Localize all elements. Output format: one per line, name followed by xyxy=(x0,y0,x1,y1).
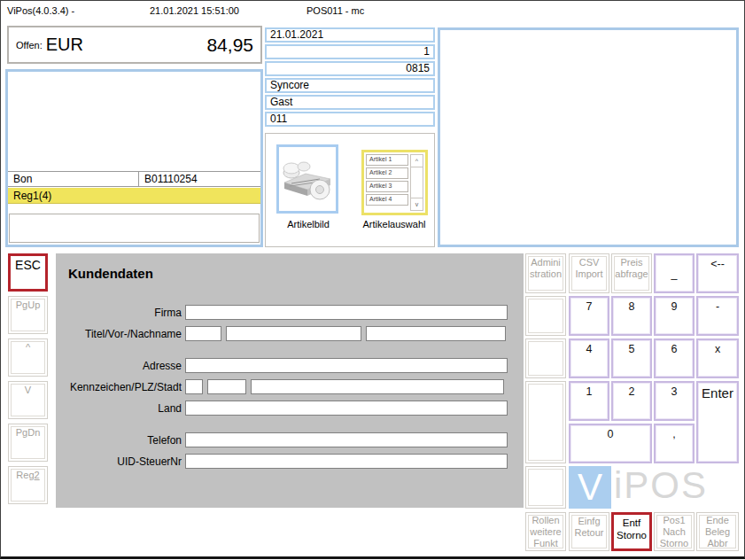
info-date-field: 21.01.2021 xyxy=(265,27,435,43)
article-select-caption: Artikelauswahl xyxy=(354,219,434,229)
key-2[interactable]: 2 xyxy=(611,381,652,421)
key-1[interactable]: 1 xyxy=(569,381,609,421)
key-4[interactable]: 4 xyxy=(569,338,609,378)
esc-button[interactable]: ESC xyxy=(8,253,48,292)
article-item-3[interactable]: Artikel 3 xyxy=(366,181,408,192)
key-6[interactable]: 6 xyxy=(654,338,695,378)
reg2-button[interactable]: Reg2 xyxy=(8,466,48,504)
ende-beleg-abbr-button[interactable]: Ende Beleg Abbr xyxy=(696,512,739,551)
info-station-field: 011 xyxy=(265,112,435,127)
form-row-land: Land xyxy=(56,401,512,416)
backspace-key[interactable]: <-- xyxy=(696,253,739,293)
datetime-text: 21.01.2021 15:51:00 xyxy=(150,5,239,16)
open-amount-panel: Offen: EUR 84,95 xyxy=(7,26,262,64)
scroll-down-icon[interactable]: v xyxy=(411,198,423,210)
key-8[interactable]: 8 xyxy=(611,296,652,336)
article-select-list: Artikel 1 Artikel 2 Artikel 3 Artikel 4 xyxy=(366,154,408,211)
form-row-plz-stadt: Kennzeichen/PLZ/Stadt xyxy=(56,379,508,394)
adresse-input[interactable] xyxy=(185,358,508,373)
article-item-2[interactable]: Artikel 2 xyxy=(366,167,408,179)
land-label: Land xyxy=(56,402,185,415)
info-company-field: Syncore xyxy=(265,78,435,93)
titel-input[interactable] xyxy=(185,326,221,341)
app-title: ViPos(4.0.3.4) - xyxy=(7,5,74,16)
blank-key-4[interactable] xyxy=(525,466,566,509)
station-text: POS011 - mc xyxy=(307,5,364,16)
article-panel: Artikel 1 Artikel 2 Artikel 3 Artikel 4 … xyxy=(265,133,435,247)
pos1-nach-storno-button[interactable]: Pos1 Nach Storno xyxy=(654,512,695,551)
arrow-up-button[interactable]: ^ xyxy=(8,338,48,377)
blank-key-2[interactable] xyxy=(525,338,566,378)
csv-import-button[interactable]: CSV Import xyxy=(569,253,609,293)
telefon-label: Telefon xyxy=(56,434,185,447)
key-5[interactable]: 5 xyxy=(611,338,652,378)
comma-key[interactable]: , xyxy=(654,424,695,463)
transaction-info-panel: 21.01.2021 1 0815 Syncore Gast 011 xyxy=(265,27,435,129)
open-amount-label: Offen: xyxy=(16,40,43,51)
key-0[interactable]: 0 xyxy=(569,424,652,463)
key-3[interactable]: 3 xyxy=(654,381,695,421)
logo-v-block: V xyxy=(569,466,611,509)
article-image-box xyxy=(276,144,338,214)
uid-label: UID-SteuerNr xyxy=(56,455,185,468)
key-7[interactable]: 7 xyxy=(569,296,609,336)
form-row-adresse: Adresse xyxy=(56,358,512,373)
article-image-caption: Artikelbild xyxy=(273,219,344,229)
preis-abfrage-button[interactable]: Preis abfrage xyxy=(611,253,652,293)
reg2-label: Reg xyxy=(16,470,34,480)
einfg-retour-button[interactable]: Einfg Retour xyxy=(569,512,609,551)
enter-key[interactable]: Enter xyxy=(696,381,739,463)
bon-row[interactable]: Bon B01110254 xyxy=(8,171,260,187)
land-input[interactable] xyxy=(185,401,508,416)
scroll-up-icon[interactable]: ^ xyxy=(411,155,423,167)
kundendaten-panel: Kundendaten Firma Titel/Vor-/Nachname Ad… xyxy=(56,253,524,508)
form-row-name: Titel/Vor-/Nachname xyxy=(56,326,510,341)
info-code-field: 0815 xyxy=(265,61,435,76)
minus-key[interactable]: - xyxy=(696,296,739,336)
article-scrollbar[interactable]: ^ v xyxy=(410,154,423,211)
underscore-key[interactable]: _ xyxy=(654,253,695,293)
vipos-window: ViPos(4.0.3.4) - 21.01.2021 15:51:00 POS… xyxy=(0,0,745,559)
adresse-label: Adresse xyxy=(56,360,185,372)
vipos-logo: V iPOS xyxy=(569,466,739,509)
currency-text: EUR xyxy=(46,35,83,55)
administration-button[interactable]: Admini stration xyxy=(525,253,566,293)
title-bar: ViPos(4.0.3.4) - 21.01.2021 15:51:00 POS… xyxy=(1,1,744,20)
article-item-4[interactable]: Artikel 4 xyxy=(366,194,408,206)
stadt-input[interactable] xyxy=(251,379,504,394)
reg2-accesskey: 2 xyxy=(35,470,40,480)
bon-footer-box xyxy=(9,214,260,243)
firma-label: Firma xyxy=(56,307,185,319)
blank-key-1[interactable] xyxy=(525,296,566,336)
article-item-1[interactable]: Artikel 1 xyxy=(366,154,408,166)
rollen-weitere-funkt-button[interactable]: Rollen weitere Funkt xyxy=(525,512,566,551)
info-customer-field: Gast xyxy=(265,95,435,110)
entf-storno-button[interactable]: Entf Storno xyxy=(611,512,652,551)
kennzeichen-input[interactable] xyxy=(185,379,203,394)
logo-text: iPOS xyxy=(611,466,708,509)
bon-number: B01110254 xyxy=(139,172,260,186)
info-number-field: 1 xyxy=(265,44,435,59)
blank-key-3[interactable] xyxy=(525,381,566,463)
open-amount-value: 84,95 xyxy=(206,35,253,56)
plz-input[interactable] xyxy=(207,379,246,394)
key-9[interactable]: 9 xyxy=(654,296,695,336)
name-label: Titel/Vor-/Nachname xyxy=(56,328,185,340)
nachname-input[interactable] xyxy=(366,326,506,341)
selected-register-row[interactable]: Reg1(4) xyxy=(8,188,260,204)
page-up-button[interactable]: PgUp xyxy=(8,296,48,334)
firma-input[interactable] xyxy=(185,305,508,320)
bon-label: Bon xyxy=(8,172,139,186)
article-select-box: Artikel 1 Artikel 2 Artikel 3 Artikel 4 … xyxy=(361,150,428,215)
telefon-input[interactable] xyxy=(185,432,508,447)
page-down-button[interactable]: PgDn xyxy=(8,424,48,462)
multiply-key[interactable]: x xyxy=(696,338,739,378)
vorname-input[interactable] xyxy=(226,326,361,341)
form-title: Kundendaten xyxy=(68,266,153,281)
form-row-firma: Firma xyxy=(56,305,512,320)
article-image xyxy=(279,147,336,211)
receipt-display-panel xyxy=(438,27,739,247)
arrow-down-button[interactable]: V xyxy=(8,381,48,419)
uid-input[interactable] xyxy=(185,454,508,469)
kennzeichen-label: Kennzeichen/PLZ/Stadt xyxy=(56,381,185,393)
